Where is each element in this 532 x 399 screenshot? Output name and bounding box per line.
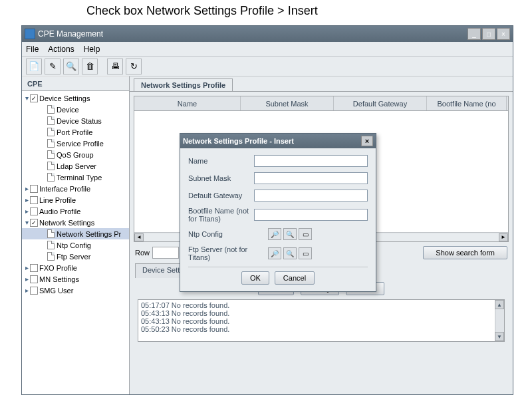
close-button[interactable]: × <box>497 28 510 40</box>
tree: ▾✓Device SettingsDeviceDevice StatusPort… <box>22 91 129 394</box>
refresh-icon[interactable]: ↻ <box>126 59 142 74</box>
tree-item[interactable]: QoS Group <box>22 149 129 160</box>
dialog-title: Network Settings Profile - Insert <box>183 137 294 145</box>
tree-item[interactable]: Ntp Config <box>22 239 129 251</box>
dialog-close-button[interactable]: × <box>361 136 373 146</box>
input-subnet[interactable] <box>254 172 368 184</box>
input-name[interactable] <box>254 155 368 167</box>
grid-column-header[interactable]: Bootfile Name (no <box>427 96 507 110</box>
ntp-browse-icon[interactable]: 🔎 <box>268 228 281 240</box>
tree-item[interactable]: ▸Interface Profile <box>22 183 129 194</box>
search-icon[interactable]: 🔍 <box>63 59 79 74</box>
delete-icon[interactable]: 🗑 <box>82 59 98 74</box>
scroll-left-icon[interactable]: ◄ <box>134 233 144 241</box>
grid-column-header[interactable]: Subnet Mask <box>241 96 334 110</box>
input-gateway[interactable] <box>254 190 368 201</box>
row-label: Row <box>135 249 150 257</box>
scroll-right-icon[interactable]: ► <box>499 233 508 241</box>
edit-icon[interactable]: ✎ <box>45 59 61 74</box>
print-icon[interactable]: 🖶 <box>107 59 123 74</box>
tree-item[interactable]: Terminal Type <box>22 172 129 183</box>
dialog-cancel-button[interactable]: Cancel <box>275 271 315 285</box>
app-icon <box>25 29 35 39</box>
titlebar: CPE Management _ □ × <box>22 26 513 42</box>
sidebar-tab-cpe[interactable]: CPE <box>22 76 129 91</box>
tree-item[interactable]: Ftp Server <box>22 251 129 262</box>
ftp-clear-icon[interactable]: ▭ <box>299 247 312 259</box>
grid-column-header[interactable]: Default Gateway <box>334 96 427 110</box>
input-bootfile[interactable] <box>254 209 368 221</box>
tree-item[interactable]: Port Profile <box>22 126 129 138</box>
tree-item[interactable]: ▸SMG User <box>22 285 129 296</box>
label-bootfile: Bootfile Name (not for Titans) <box>188 207 254 223</box>
tree-item[interactable]: Device <box>22 104 129 115</box>
log-line: 05:43:13 No records found. <box>141 317 501 325</box>
tree-item[interactable]: Service Profile <box>22 138 129 149</box>
dialog-ok-button[interactable]: OK <box>241 271 269 285</box>
menu-file[interactable]: File <box>26 45 39 54</box>
sidebar: CPE ▾✓Device SettingsDeviceDevice Status… <box>22 76 130 394</box>
page-caption: Check box Network Settings Profile > Ins… <box>0 0 532 21</box>
label-subnet: Subnet Mask <box>188 174 254 182</box>
window-title: CPE Management <box>38 29 103 39</box>
label-name: Name <box>188 157 254 165</box>
menu-actions[interactable]: Actions <box>48 45 74 54</box>
tree-item[interactable]: ▸MN Settings <box>22 273 129 285</box>
label-ftp: Ftp Server (not for Titans) <box>188 245 268 261</box>
tree-item[interactable]: ▸Line Profile <box>22 194 129 205</box>
ftp-browse-icon[interactable]: 🔎 <box>268 247 281 259</box>
tree-item[interactable]: Device Status <box>22 115 129 126</box>
ftp-search-icon[interactable]: 🔍 <box>283 247 297 259</box>
tree-item[interactable]: Network Settings Pr <box>22 228 129 239</box>
toolbar: 📄 ✎ 🔍 🗑 🖶 ↻ <box>22 57 513 76</box>
tree-item[interactable]: ▾✓Network Settings <box>22 217 129 228</box>
log-panel: ▲ ▼ 05:17:07 No records found.05:43:13 N… <box>138 299 505 342</box>
grid-column-header[interactable]: Name <box>134 96 241 110</box>
tree-item[interactable]: Ldap Server <box>22 160 129 172</box>
label-gateway: Default Gateway <box>188 192 254 200</box>
minimize-button[interactable]: _ <box>467 28 481 40</box>
tab-network-settings-profile[interactable]: Network Settings Profile <box>134 78 233 91</box>
maximize-button[interactable]: □ <box>482 28 495 40</box>
label-ntp: Ntp Config <box>188 230 268 238</box>
show-search-form-button[interactable]: Show search form <box>423 246 507 259</box>
insert-dialog: Network Settings Profile - Insert × Name… <box>180 133 376 292</box>
tree-item[interactable]: ▾✓Device Settings <box>22 92 129 104</box>
ntp-search-icon[interactable]: 🔍 <box>283 228 297 240</box>
log-scroll-down-icon[interactable]: ▼ <box>495 332 504 341</box>
log-scroll-up-icon[interactable]: ▲ <box>495 300 504 309</box>
log-line: 05:43:13 No records found. <box>141 309 501 317</box>
menu-help[interactable]: Help <box>84 45 100 54</box>
log-line: 05:17:07 No records found. <box>141 301 501 309</box>
row-input[interactable] <box>152 247 179 259</box>
tree-item[interactable]: ▸FXO Profile <box>22 262 129 273</box>
ntp-clear-icon[interactable]: ▭ <box>299 228 312 240</box>
log-line: 05:50:23 No records found. <box>141 325 501 333</box>
tree-item[interactable]: ▸Audio Profile <box>22 205 129 217</box>
menubar: File Actions Help <box>22 42 513 57</box>
new-icon[interactable]: 📄 <box>26 59 42 74</box>
